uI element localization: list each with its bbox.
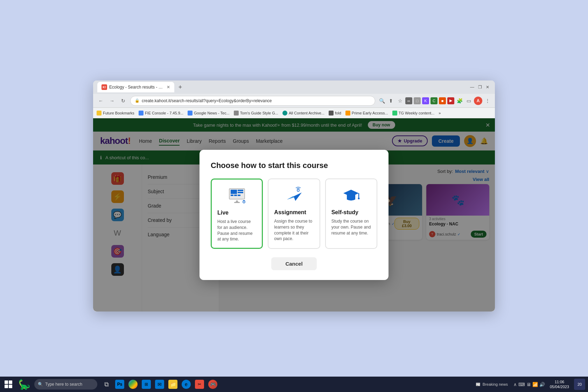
bookmark-icon-fold xyxy=(329,111,334,115)
svg-marker-7 xyxy=(236,200,238,202)
bookmark-all-content[interactable]: All Content Archive... xyxy=(282,111,324,115)
dino-icon: 🦕 xyxy=(15,377,33,392)
ext6-icon[interactable]: ▶ xyxy=(447,97,454,104)
reload-btn[interactable]: ↻ xyxy=(119,97,127,105)
snip-icon: ✂ xyxy=(195,380,204,389)
bookmark-label-future: Future Bookmarks xyxy=(103,111,134,115)
option-live[interactable]: Live Host a live course for an audience.… xyxy=(211,178,263,249)
taskbar-news[interactable]: 📰 Breaking news xyxy=(473,379,511,390)
sidebar-toggle-icon[interactable]: ▭ xyxy=(465,97,472,105)
bookmark-tg[interactable]: TG Weekly content... xyxy=(392,111,435,115)
window-controls: — ❐ ✕ xyxy=(469,84,491,90)
assignment-icon xyxy=(274,186,314,204)
title-bar: K! Ecology - Search results - Kahoo... ✕… xyxy=(93,80,495,94)
tab-close-btn[interactable]: ✕ xyxy=(167,85,170,90)
cancel-btn[interactable]: Cancel xyxy=(271,257,316,270)
bookmark-label-tg: TG Weekly content... xyxy=(399,111,435,115)
back-btn[interactable]: ← xyxy=(97,97,105,105)
ext3-icon[interactable]: K xyxy=(422,97,429,104)
bookmark-label-all-content: All Content Archive... xyxy=(289,111,324,115)
taskbar-app-win-apps[interactable]: ⊞ xyxy=(140,378,153,391)
tab-title: Ecology - Search results - Kahoo... xyxy=(109,85,164,90)
ext1-icon[interactable]: ∞ xyxy=(405,97,412,104)
bookmark-more[interactable]: » xyxy=(439,111,441,115)
forward-btn[interactable]: → xyxy=(108,97,116,105)
modal-cancel-area: Cancel xyxy=(211,257,377,270)
bookmark-icon-fie xyxy=(139,111,144,115)
bookmarks-bar: Future Bookmarks FIE Console - 7.45.9...… xyxy=(93,108,495,118)
bookmark-google[interactable]: Google News - Tec... xyxy=(188,111,230,115)
active-tab[interactable]: K! Ecology - Search results - Kahoo... ✕ xyxy=(97,82,174,92)
svg-rect-1 xyxy=(231,190,237,194)
photoshop-icon: Ps xyxy=(115,380,124,389)
notif-count: 20 xyxy=(578,382,582,386)
svg-point-15 xyxy=(358,197,360,199)
minimize-btn[interactable]: — xyxy=(469,84,475,90)
bookmark-icon[interactable]: ☆ xyxy=(396,97,404,105)
bookmark-label-prime: Prime Early Access... xyxy=(352,111,388,115)
option-live-desc: Host a live course for an audience. Paus… xyxy=(217,219,256,242)
bookmark-fold[interactable]: fold xyxy=(329,111,341,115)
tray-display-icon[interactable]: 🖥 xyxy=(526,382,531,387)
tray-volume-icon[interactable]: 🔊 xyxy=(539,382,545,387)
tab-bar: K! Ecology - Search results - Kahoo... ✕… xyxy=(97,82,466,92)
taskbar-app-chrome[interactable] xyxy=(127,378,139,391)
modal-overlay: Choose how to start this course xyxy=(93,118,495,312)
taskbar-app-circle[interactable]: 🎮 xyxy=(206,378,219,391)
address-bar: ← → ↻ 🔒 create.kahoot.it/search-results/… xyxy=(93,94,495,108)
new-tab-btn[interactable]: + xyxy=(176,83,185,92)
bookmark-more-label: » xyxy=(439,111,441,115)
option-assignment[interactable]: Assignment Assign the course to learners… xyxy=(268,178,320,249)
search-toolbar-icon[interactable]: 🔍 xyxy=(378,97,386,105)
close-btn[interactable]: ✕ xyxy=(484,84,491,90)
mail-icon: ✉ xyxy=(155,380,164,389)
live-icon xyxy=(217,187,256,204)
modal-title: Choose how to start this course xyxy=(211,161,377,170)
taskbar-app-edge[interactable]: e xyxy=(180,378,192,391)
bookmark-label-toms: Tom's Guide Style G... xyxy=(240,111,278,115)
svg-marker-10 xyxy=(287,192,302,201)
bookmark-toms[interactable]: Tom's Guide Style G... xyxy=(234,111,278,115)
user-avatar-btn[interactable]: A xyxy=(474,97,482,105)
taskbar-app-photoshop[interactable]: Ps xyxy=(113,378,126,391)
taskbar-clock[interactable]: 11:06 05/04/2023 xyxy=(548,379,571,390)
taskbar-app-snip[interactable]: ✂ xyxy=(193,378,206,391)
tray-wifi-icon[interactable]: 📶 xyxy=(532,382,538,387)
bookmark-icon-google xyxy=(188,111,192,115)
taskbar-search[interactable]: 🔍 Type here to search xyxy=(34,379,97,390)
option-assignment-label: Assignment xyxy=(274,209,306,216)
tray-keyboard-icon[interactable]: ⌨ xyxy=(518,382,525,387)
news-icon: 📰 xyxy=(476,382,481,387)
extensions-icon[interactable]: 🧩 xyxy=(456,97,463,105)
ext2-icon[interactable]: □ xyxy=(414,97,421,104)
clock-time: 11:06 xyxy=(550,379,569,384)
svg-point-12 xyxy=(297,189,299,191)
ext4-icon[interactable]: C xyxy=(430,97,438,104)
ext5-icon[interactable]: ■ xyxy=(439,97,446,104)
tray-up-icon[interactable]: ∧ xyxy=(513,382,517,387)
address-field[interactable]: 🔒 create.kahoot.it/search-results/all?qu… xyxy=(130,96,375,106)
bookmark-future[interactable]: Future Bookmarks xyxy=(97,111,134,115)
browser-window: K! Ecology - Search results - Kahoo... ✕… xyxy=(93,80,495,312)
taskbar-app-files[interactable]: 📁 xyxy=(167,378,179,391)
option-self-study-label: Self-study xyxy=(331,209,358,216)
bookmark-prime[interactable]: Prime Early Access... xyxy=(345,111,388,115)
start-btn[interactable] xyxy=(3,379,14,390)
self-study-icon xyxy=(331,186,371,204)
share-icon[interactable]: ⬆ xyxy=(387,97,395,105)
maximize-btn[interactable]: ❐ xyxy=(477,84,483,90)
bookmark-label-fie: FIE Console - 7.45.9... xyxy=(145,111,183,115)
option-self-study[interactable]: Self-study Study the course on your own.… xyxy=(325,178,377,249)
modal-dialog: Choose how to start this course xyxy=(200,150,388,280)
taskbar-app-task-view[interactable]: ⧉ xyxy=(100,378,113,391)
taskbar-notif-btn[interactable]: 20 xyxy=(574,379,585,390)
more-menu-btn[interactable]: ⋮ xyxy=(484,97,491,105)
windows-logo-icon xyxy=(5,380,12,388)
taskbar-app-mail[interactable]: ✉ xyxy=(153,378,166,391)
page-content: Take game nights to the max with Kahoot!… xyxy=(93,118,495,312)
bookmark-fie[interactable]: FIE Console - 7.45.9... xyxy=(139,111,183,115)
windows-taskbar: 🦕 🔍 Type here to search ⧉ Ps ⊞ ✉ 📁 e ✂ � xyxy=(0,377,588,392)
lock-icon: 🔒 xyxy=(135,98,140,103)
toolbar-icons: 🔍 ⬆ ☆ ∞ □ K C ■ ▶ 🧩 ▭ A ⋮ xyxy=(378,97,491,105)
svg-rect-6 xyxy=(238,195,240,196)
